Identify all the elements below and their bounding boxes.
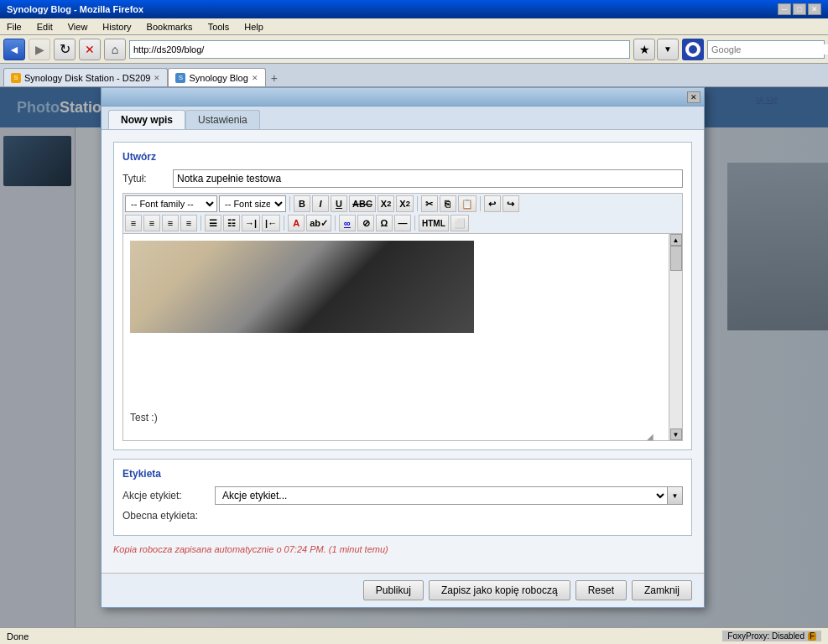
resize-handle[interactable]: ◢ [647, 432, 655, 440]
strikethrough-button[interactable]: ABC [349, 195, 376, 212]
html-button[interactable]: HTML [419, 215, 449, 231]
title-input[interactable] [173, 169, 683, 188]
title-row: Tytuł: [122, 169, 683, 188]
superscript-button[interactable]: X2 [396, 195, 413, 212]
editor-text: Test :) [130, 412, 158, 423]
align-center-button[interactable]: ≡ [143, 215, 160, 231]
tab-label-disk: Synology Disk Station - DS209 [24, 73, 150, 83]
new-tab-button[interactable]: + [266, 70, 283, 86]
menu-history[interactable]: History [99, 21, 134, 33]
align-right-button[interactable]: ≡ [162, 215, 179, 231]
tab-blog[interactable]: S Synology Blog ✕ [168, 68, 265, 86]
undo-button[interactable]: ↩ [484, 195, 501, 212]
foxy-proxy: FoxyProxy: Disabled F [722, 631, 821, 641]
refresh-button[interactable]: ↻ [54, 39, 76, 60]
stop-button[interactable]: ✕ [79, 39, 101, 60]
forward-button[interactable]: ▶ [29, 39, 50, 60]
toolbar-sep-2 [417, 196, 418, 211]
close-button[interactable]: Zamknij [632, 580, 692, 600]
indent-button[interactable]: →| [242, 215, 260, 231]
menu-help[interactable]: Help [241, 21, 267, 33]
status-bar: Done FoxyProxy: Disabled F [0, 627, 828, 644]
reset-button[interactable]: Reset [575, 580, 627, 600]
minimize-button[interactable]: ─ [778, 3, 791, 15]
menu-bar: File Edit View History Bookmarks Tools H… [0, 18, 828, 35]
align-left-button[interactable]: ≡ [125, 215, 142, 231]
modal-tabs: Nowy wpis Ustawienia [102, 106, 704, 130]
paste-button[interactable]: 📋 [458, 195, 476, 212]
unlink-button[interactable]: ⊘ [357, 215, 374, 231]
status-text: Done [7, 631, 29, 641]
tab-disk-station[interactable]: S Synology Disk Station - DS209 ✕ [3, 68, 168, 86]
menu-tools[interactable]: Tools [205, 21, 233, 33]
bookmark-star-button[interactable]: ★ [633, 39, 655, 60]
restore-button[interactable]: □ [793, 3, 806, 15]
bold-button[interactable]: B [294, 195, 310, 212]
tab-close-blog[interactable]: ✕ [252, 74, 258, 82]
label-section: Etykieta Akcje etykiet: Akcje etykiet...… [113, 459, 692, 536]
window-controls: ─ □ ✕ [778, 3, 821, 15]
search-input[interactable] [708, 44, 828, 55]
akcje-select-container: Akcje etykiet... ▼ [215, 486, 683, 505]
scrollbar-track [670, 246, 682, 428]
cut-button[interactable]: ✂ [421, 195, 438, 212]
scroll-down-button[interactable]: ▼ [670, 428, 682, 440]
modal-title-bar: ✕ [102, 88, 704, 106]
current-label-label: Obecna etykieta: [122, 510, 215, 522]
akcje-dropdown-button[interactable]: ▼ [667, 487, 682, 504]
tab-label-blog: Synology Blog [189, 73, 247, 83]
background-color-button[interactable]: ab✓ [306, 215, 331, 231]
browser-window: Synology Blog - Mozilla Firefox ─ □ ✕ Fi… [0, 0, 828, 644]
tab-icon-disk: S [11, 73, 21, 83]
publish-button[interactable]: Publikuj [363, 580, 424, 600]
toolbar-sep-5 [284, 216, 284, 231]
home-button[interactable]: ⌂ [104, 39, 126, 60]
outdent-button[interactable]: |← [262, 215, 280, 231]
toolbar-sep-3 [480, 196, 481, 211]
tab-nowy-wpis[interactable]: Nowy wpis [108, 110, 185, 129]
menu-view[interactable]: View [65, 21, 91, 33]
menu-bookmarks[interactable]: Bookmarks [143, 21, 196, 33]
font-size-select[interactable]: -- Font size -- [219, 195, 286, 212]
tab-ustawienia[interactable]: Ustawienia [185, 110, 260, 129]
ordered-list-button[interactable]: ☷ [223, 215, 240, 231]
scroll-up-button[interactable]: ▲ [670, 234, 682, 246]
editor-image [130, 241, 474, 333]
modal-close-button[interactable]: ✕ [687, 91, 700, 103]
special-char-button[interactable]: Ω [376, 215, 393, 231]
akcje-select[interactable]: Akcje etykiet... [216, 487, 667, 504]
link-button[interactable]: ∞ [339, 215, 356, 231]
hr-button[interactable]: — [394, 215, 411, 231]
save-draft-button[interactable]: Zapisz jako kopię roboczą [429, 580, 570, 600]
toolbar-row-2: ≡ ≡ ≡ ≡ ☰ ☷ →| |← A ab✓ [125, 215, 680, 231]
subscript-button[interactable]: X2 [378, 195, 394, 212]
foxy-proxy-icon: F [808, 632, 816, 641]
toolbar-sep-6 [335, 216, 336, 231]
close-window-button[interactable]: ✕ [808, 3, 821, 15]
url-input[interactable] [133, 44, 626, 55]
tabs-bar: S Synology Disk Station - DS209 ✕ S Syno… [0, 64, 828, 87]
font-family-select[interactable]: -- Font family -- [125, 195, 217, 212]
tab-icon-blog: S [175, 73, 185, 83]
menu-file[interactable]: File [3, 21, 25, 33]
label-section-title: Etykieta [122, 468, 683, 480]
italic-button[interactable]: I [312, 195, 329, 212]
unordered-list-button[interactable]: ☰ [205, 215, 221, 231]
editor-area: Test :) ◢ ▲ ▼ [122, 233, 683, 441]
browser-logo [682, 39, 704, 60]
tab-close-disk[interactable]: ✕ [154, 74, 160, 82]
editor-content[interactable]: Test :) ◢ [123, 234, 669, 440]
copy-button[interactable]: ⎘ [440, 195, 456, 212]
scrollbar-thumb[interactable] [670, 246, 682, 271]
autosave-text: Kopia robocza zapisana automatycznie o 0… [113, 544, 692, 554]
back-button[interactable]: ◄ [3, 39, 25, 60]
redo-button[interactable]: ↪ [503, 195, 519, 212]
underline-button[interactable]: U [331, 195, 347, 212]
create-section-title: Utwórz [122, 151, 683, 163]
bookmark-dropdown-button[interactable]: ▼ [657, 39, 679, 60]
menu-edit[interactable]: Edit [34, 21, 56, 33]
fullscreen-button[interactable]: ⬜ [450, 215, 469, 231]
modal-body: Utwórz Tytuł: -- Font family -- [102, 130, 704, 573]
align-justify-button[interactable]: ≡ [180, 215, 197, 231]
font-color-button[interactable]: A [288, 215, 305, 231]
